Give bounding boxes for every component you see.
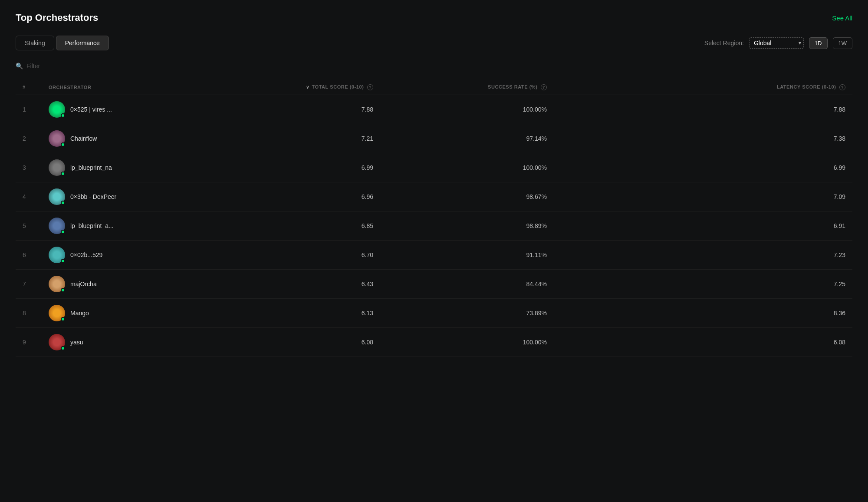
- region-label: Select Region:: [704, 40, 744, 46]
- col-header-latency-score: LATENCY SCORE (0-10) ?: [554, 80, 852, 95]
- filter-input[interactable]: [26, 63, 113, 69]
- total-score-cell: 6.13: [250, 299, 380, 328]
- controls-row: Staking Performance Select Region: Globa…: [16, 36, 852, 50]
- avatar-status-dot: [61, 230, 65, 234]
- latency-score-cell: 6.91: [554, 211, 852, 241]
- avatar-status-dot: [61, 201, 65, 205]
- avatar-status-dot: [61, 346, 65, 350]
- orchestrator-cell: 0×525 | vires ...: [42, 95, 250, 124]
- tab-group: Staking Performance: [16, 36, 109, 50]
- latency-score-cell: 7.09: [554, 182, 852, 211]
- table-row[interactable]: 5 lp_blueprint_a... 6.85 98.89% 6.91: [16, 211, 852, 241]
- total-score-cell: 7.21: [250, 124, 380, 153]
- total-score-cell: 6.96: [250, 182, 380, 211]
- success-rate-cell: 98.67%: [380, 182, 554, 211]
- success-rate-cell: 91.11%: [380, 241, 554, 270]
- time-btn-1w[interactable]: 1W: [833, 37, 853, 49]
- total-score-cell: 6.08: [250, 328, 380, 357]
- col-header-total-score: ∨ TOTAL SCORE (0-10) ?: [250, 80, 380, 95]
- total-score-cell: 7.88: [250, 95, 380, 124]
- avatar: [49, 188, 65, 205]
- table-row[interactable]: 2 Chainflow 7.21 97.14% 7.38: [16, 124, 852, 153]
- page-title: Top Orchestrators: [16, 12, 98, 23]
- avatar: [49, 159, 65, 176]
- rank-cell: 4: [16, 182, 42, 211]
- orchestrator-cell: majOrcha: [42, 270, 250, 299]
- avatar-status-dot: [61, 172, 65, 176]
- tab-staking[interactable]: Staking: [16, 36, 54, 50]
- latency-score-cell: 8.36: [554, 299, 852, 328]
- region-wrapper[interactable]: Global North America Europe Asia: [749, 37, 804, 49]
- total-score-cell: 6.85: [250, 211, 380, 241]
- success-rate-cell: 100.00%: [380, 95, 554, 124]
- orchestrator-cell: lp_blueprint_a...: [42, 211, 250, 241]
- latency-score-cell: 6.08: [554, 328, 852, 357]
- avatar-status-dot: [61, 317, 65, 321]
- help-icon-score[interactable]: ?: [367, 84, 373, 90]
- orchestrator-name: Mango: [70, 310, 89, 317]
- rank-cell: 1: [16, 95, 42, 124]
- table-row[interactable]: 4 0×3bb - DexPeer 6.96 98.67% 7.09: [16, 182, 852, 211]
- latency-score-cell: 7.88: [554, 95, 852, 124]
- avatar: [49, 247, 65, 263]
- table-row[interactable]: 7 majOrcha 6.43 84.44% 7.25: [16, 270, 852, 299]
- avatar: [49, 334, 65, 350]
- table-row[interactable]: 8 Mango 6.13 73.89% 8.36: [16, 299, 852, 328]
- rank-cell: 2: [16, 124, 42, 153]
- time-btn-1d[interactable]: 1D: [809, 37, 828, 49]
- orchestrator-cell: 0×3bb - DexPeer: [42, 182, 250, 211]
- see-all-link[interactable]: See All: [832, 14, 852, 22]
- table-row[interactable]: 9 yasu 6.08 100.00% 6.08: [16, 328, 852, 357]
- total-score-cell: 6.99: [250, 153, 380, 182]
- col-header-success-rate: SUCCESS RATE (%) ?: [380, 80, 554, 95]
- rank-cell: 3: [16, 153, 42, 182]
- avatar: [49, 101, 65, 118]
- orchestrator-name: majOrcha: [70, 281, 97, 287]
- help-icon-success[interactable]: ?: [541, 84, 547, 90]
- filter-row: 🔍: [16, 59, 852, 73]
- success-rate-cell: 97.14%: [380, 124, 554, 153]
- sort-arrow-icon: ∨: [306, 85, 309, 89]
- col-header-orchestrator: ORCHESTRATOR: [42, 80, 250, 95]
- latency-score-cell: 7.25: [554, 270, 852, 299]
- rank-cell: 7: [16, 270, 42, 299]
- avatar-status-dot: [61, 142, 65, 147]
- region-select[interactable]: Global North America Europe Asia: [749, 37, 804, 49]
- tab-performance[interactable]: Performance: [56, 36, 109, 50]
- header-row: Top Orchestrators See All: [16, 12, 852, 23]
- avatar: [49, 130, 65, 147]
- help-icon-latency[interactable]: ?: [839, 84, 845, 90]
- rank-cell: 8: [16, 299, 42, 328]
- orchestrators-table: # ORCHESTRATOR ∨ TOTAL SCORE (0-10) ? SU…: [16, 80, 852, 357]
- avatar: [49, 305, 65, 321]
- success-rate-cell: 100.00%: [380, 328, 554, 357]
- orchestrator-name: 0×525 | vires ...: [70, 106, 112, 113]
- orchestrator-name: lp_blueprint_na: [70, 164, 112, 171]
- orchestrator-cell: Chainflow: [42, 124, 250, 153]
- orchestrator-cell: yasu: [42, 328, 250, 357]
- avatar-status-dot: [61, 259, 65, 263]
- avatar-status-dot: [61, 113, 65, 118]
- avatar: [49, 276, 65, 292]
- orchestrator-name: 0×02b...529: [70, 251, 102, 258]
- rank-cell: 6: [16, 241, 42, 270]
- table-row[interactable]: 3 lp_blueprint_na 6.99 100.00% 6.99: [16, 153, 852, 182]
- orchestrator-name: Chainflow: [70, 135, 97, 142]
- orchestrator-cell: Mango: [42, 299, 250, 328]
- latency-score-cell: 7.38: [554, 124, 852, 153]
- success-rate-cell: 98.89%: [380, 211, 554, 241]
- success-rate-cell: 100.00%: [380, 153, 554, 182]
- avatar-status-dot: [61, 288, 65, 292]
- orchestrator-cell: lp_blueprint_na: [42, 153, 250, 182]
- table-body: 1 0×525 | vires ... 7.88 100.00% 7.88 2: [16, 95, 852, 357]
- orchestrator-cell: 0×02b...529: [42, 241, 250, 270]
- orchestrator-name: 0×3bb - DexPeer: [70, 193, 116, 200]
- rank-cell: 9: [16, 328, 42, 357]
- success-rate-cell: 84.44%: [380, 270, 554, 299]
- table-row[interactable]: 6 0×02b...529 6.70 91.11% 7.23: [16, 241, 852, 270]
- table-row[interactable]: 1 0×525 | vires ... 7.88 100.00% 7.88: [16, 95, 852, 124]
- orchestrator-name: yasu: [70, 339, 83, 346]
- total-score-cell: 6.70: [250, 241, 380, 270]
- rank-cell: 5: [16, 211, 42, 241]
- table-header-row: # ORCHESTRATOR ∨ TOTAL SCORE (0-10) ? SU…: [16, 80, 852, 95]
